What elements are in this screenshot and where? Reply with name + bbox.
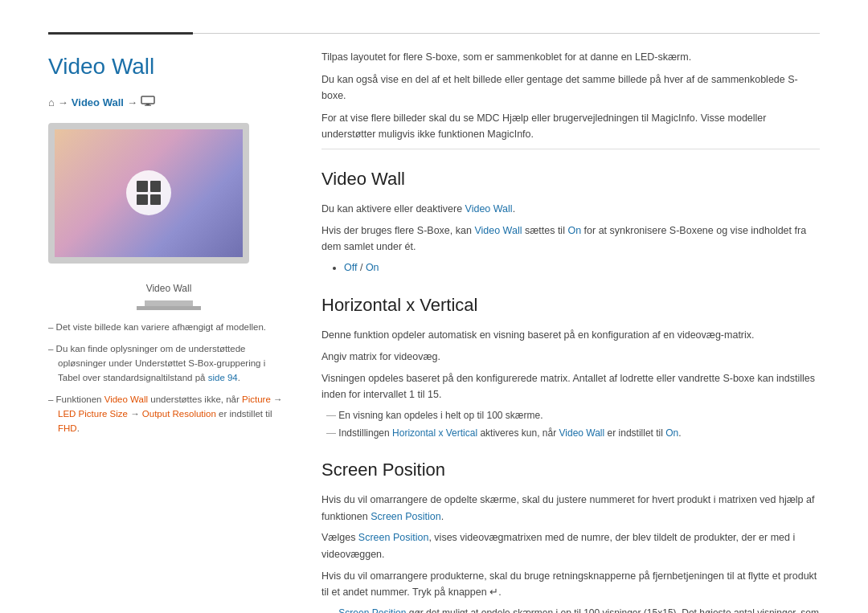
note-link-page94[interactable]: side 94 [208,373,238,382]
vw-slash: / [360,262,366,273]
notes-list: Det viste billede kan variere afhængigt … [48,320,289,436]
vw-highlight-on: On [567,225,581,236]
notes-section: Det viste billede kan variere afhængigt … [48,320,289,436]
device-stand-base [137,306,201,310]
vw-highlight-videowall: Video Wall [465,203,513,215]
sp-highlight-sp1: Screen Position [371,511,441,522]
intro-line-1: Tilpas layoutet for flere S-boxe, som er… [321,49,820,65]
vw-highlight-vw2: Video Wall [474,225,522,236]
breadcrumb-screen-icon [141,95,155,111]
hv-highlight-vw: Video Wall [559,427,605,439]
hv-para-1: Denne funktion opdeler automatisk en vis… [321,327,820,344]
note-highlight-picture: Picture [242,394,271,404]
hv-dash-1: En visning kan opdeles i helt op til 100… [321,408,820,423]
device-illustration: Video Wall [48,123,289,296]
right-column: Tilpas layoutet for flere S-boxe, som er… [321,49,820,613]
svg-rect-2 [145,105,151,106]
breadcrumb-videowall-link[interactable]: Video Wall [72,95,124,111]
section-title-videowall: Video Wall [321,166,820,193]
intro-line-3: For at vise flere billeder skal du se MD… [321,110,820,142]
hv-para-2: Angiv matrix for videovæg. [321,349,820,366]
grid-icon-circle [126,170,171,215]
note-highlight-videowall: Video Wall [104,394,148,404]
sp-para-3: Hvis du vil omarrangere produkterne, ska… [321,568,820,601]
device-screen [48,123,249,264]
note-item-1: Det viste billede kan variere afhængigt … [48,320,289,334]
intro-line-2: Du kan også vise en del af et helt bille… [321,72,820,104]
top-rule-dark [48,32,193,35]
note-text-2b: . [238,373,240,382]
sp-para-1: Hvis du vil omarrangere de opdelte skærm… [321,492,820,525]
hv-highlight-on: On [665,427,678,439]
grid-cell-bl [137,194,148,206]
sp-highlight-sp3: Screen Position [338,607,406,613]
note-text-1: Det viste billede kan variere afhængigt … [56,322,266,332]
device-label: Video Wall [48,281,289,296]
vw-bullet-item: Off / On [344,260,820,276]
sp-dash-1: Screen Position gør det muligt at opdele… [321,606,820,613]
note-text-3a: Funktionen [56,394,104,404]
section-title-sp: Screen Position [321,456,820,484]
main-layout: Video Wall ⌂ → Video Wall → [48,49,820,613]
vw-para-1: Du kan aktivere eller deaktivere Video W… [321,201,820,218]
vw-on: On [366,262,379,273]
note-highlight-outputres: Output Resolution [142,409,216,419]
vw-bullet-list: Off / On [321,260,820,276]
top-divider [48,32,820,35]
section-title-hv: Horizontal x Vertical [321,292,820,319]
note-text-3c: → [271,394,283,404]
grid-icon [137,181,161,205]
breadcrumb-arrow-2: → [127,95,137,111]
left-column: Video Wall ⌂ → Video Wall → [48,49,289,613]
divider-1 [321,149,820,149]
sp-highlight-sp2: Screen Position [358,532,429,543]
sp-dash-list: Screen Position gør det muligt at opdele… [321,606,820,613]
page-title: Video Wall [48,49,289,84]
vw-para-2: Hvis der bruges flere S-Boxe, kan Video … [321,223,820,255]
note-text-3b: understøttes ikke, når [148,394,242,404]
hv-dash-list: En visning kan opdeles i helt op til 100… [321,408,820,440]
note-highlight-ledsize: LED Picture Size [58,409,128,419]
grid-cell-br [150,194,162,206]
sp-para-2: Vælges Screen Position, vises videovægma… [321,529,820,562]
note-text-3d: → [128,409,142,419]
grid-cell-tl [137,181,148,192]
svg-rect-0 [141,96,154,104]
hv-para-3: Visningen opdeles baseret på den konfigu… [321,370,820,403]
note-text-3e: er indstillet til [216,409,272,419]
note-item-2: Du kan finde oplysninger om de understøt… [48,341,289,386]
grid-cell-tr [150,181,162,192]
home-icon: ⌂ [48,95,55,111]
hv-highlight-hv: Horizontal x Vertical [392,427,477,439]
note-text-3f: . [77,423,80,433]
top-rule-light [193,33,820,34]
note-highlight-fhd: FHD [58,423,77,433]
vw-off: Off [344,262,357,273]
breadcrumb: ⌂ → Video Wall → [48,95,289,111]
note-item-3: Funktionen Video Wall understøttes ikke,… [48,392,289,436]
hv-dash-2: Indstillingen Horizontal x Vertical akti… [321,426,820,441]
breadcrumb-arrow-1: → [58,95,68,111]
